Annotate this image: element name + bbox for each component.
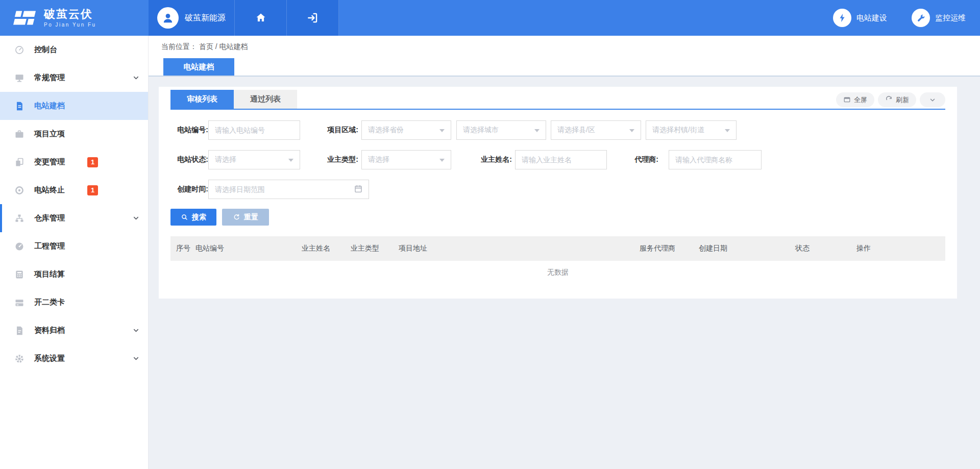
sidebar-item-open-type2-card[interactable]: 开二类卡 <box>0 288 148 316</box>
calendar-icon <box>354 184 363 193</box>
station-no-label: 电站编号: <box>170 120 208 140</box>
sidebar-item-engineering-mgmt[interactable]: 工程管理 <box>0 232 148 260</box>
sidebar: 控制台 常规管理 电站建档 项目立项 <box>0 36 149 469</box>
caret-down-icon <box>534 129 540 135</box>
notification-badge: 1 <box>87 185 98 195</box>
breadcrumb-path[interactable]: 首页 / 电站建档 <box>199 42 248 51</box>
date-range-input[interactable] <box>208 180 369 199</box>
page-tab-station-archive[interactable]: 电站建档 <box>163 58 234 76</box>
lightning-icon <box>833 9 851 27</box>
tab-review-list[interactable]: 审核列表 <box>170 90 234 109</box>
active-indicator-bar <box>0 204 2 232</box>
sidebar-item-general-mgmt[interactable]: 常规管理 <box>0 64 148 92</box>
chevron-down-icon <box>132 355 140 362</box>
home-icon <box>255 12 267 24</box>
search-button[interactable]: 搜索 <box>170 209 216 226</box>
sidebar-item-warehouse-mgmt[interactable]: 仓库管理 <box>0 204 148 232</box>
col-station-no: 电站编号 <box>195 236 224 261</box>
col-owner-name: 业主姓名 <box>302 236 330 261</box>
breadcrumb-bar: 当前位置： 首页 / 电站建档 电站建档 <box>149 36 980 76</box>
collapse-panel-button[interactable] <box>920 92 945 107</box>
module-station-build[interactable]: 电站建设 <box>833 9 887 27</box>
sidebar-item-project-settlement[interactable]: 项目结算 <box>0 260 148 288</box>
caret-down-icon <box>439 129 445 135</box>
owner-type-select[interactable]: 请选择 <box>361 150 451 169</box>
caret-down-icon <box>439 159 445 164</box>
owner-name-input[interactable] <box>515 150 607 169</box>
date-range-picker[interactable] <box>208 180 369 199</box>
col-status: 状态 <box>795 236 810 261</box>
main-content: 当前位置： 首页 / 电站建档 电站建档 审核列表 通过列表 全屏 刷新 <box>149 36 980 469</box>
filter-row-2: 电站状态: 请选择 业主类型: 请选择 业主姓名: 代理商: <box>159 150 957 169</box>
agent-input[interactable] <box>669 150 762 169</box>
col-actions: 操作 <box>856 236 871 261</box>
brand-logo: 破茧云伏 Po Jian Yun Fu <box>0 0 149 36</box>
breadcrumb: 当前位置： 首页 / 电站建档 <box>161 42 248 52</box>
sign-out-icon <box>306 11 320 24</box>
caret-down-icon <box>629 129 634 135</box>
col-agent: 服务代理商 <box>640 236 675 261</box>
briefcase-icon <box>14 129 24 139</box>
panel-tabs: 审核列表 通过列表 <box>170 90 297 109</box>
empty-state: 无数据 <box>170 268 945 277</box>
sidebar-item-project-initiation[interactable]: 项目立项 <box>0 120 148 148</box>
brand-mark-icon <box>13 10 37 26</box>
document-icon <box>14 101 24 111</box>
card-icon <box>14 298 24 308</box>
calculator-icon <box>14 269 24 280</box>
content-panel: 审核列表 通过列表 全屏 刷新 电站编号: 项目区域: <box>159 87 957 299</box>
home-button[interactable] <box>235 0 287 36</box>
province-select[interactable]: 请选择省份 <box>361 120 451 140</box>
gauge-icon <box>14 45 24 55</box>
agent-label: 代理商: <box>629 150 658 169</box>
reset-button[interactable]: 重置 <box>222 209 269 226</box>
station-status-select[interactable]: 请选择 <box>208 150 300 169</box>
town-select[interactable]: 请选择村镇/街道 <box>646 120 737 140</box>
chevron-down-icon <box>132 74 140 82</box>
reset-icon <box>233 213 240 221</box>
filter-row-1: 电站编号: 项目区域: 请选择省份 请选择城市 请选择县/区 请选择村镇/街道 <box>159 120 957 140</box>
module-monitor-ops[interactable]: 监控运维 <box>912 9 966 27</box>
company-name: 破茧新能源 <box>185 13 226 23</box>
brand-subtitle: Po Jian Yun Fu <box>44 22 96 28</box>
pages-icon <box>14 157 24 167</box>
col-owner-type: 业主类型 <box>351 236 379 261</box>
tabs-underline <box>170 109 945 110</box>
breadcrumb-prefix: 当前位置： <box>161 42 197 51</box>
city-select[interactable]: 请选择城市 <box>456 120 546 140</box>
caret-down-icon <box>725 129 730 135</box>
sidebar-item-station-archive[interactable]: 电站建档 <box>0 92 148 120</box>
col-seq: 序号 <box>176 236 190 261</box>
wrench-icon <box>912 9 930 27</box>
sidebar-item-console[interactable]: 控制台 <box>0 36 148 64</box>
sidebar-item-station-termination[interactable]: 电站终止 1 <box>0 176 148 204</box>
sidebar-item-change-mgmt[interactable]: 变更管理 1 <box>0 148 148 176</box>
col-address: 项目地址 <box>399 236 427 261</box>
app-header: 破茧云伏 Po Jian Yun Fu 破茧新能源 <box>0 0 980 36</box>
sidebar-item-data-archive[interactable]: 资料归档 <box>0 316 148 344</box>
dashboard-icon <box>14 241 24 252</box>
brand-title: 破茧云伏 <box>44 8 96 20</box>
chevron-down-icon <box>132 327 140 334</box>
caret-down-icon <box>288 159 293 164</box>
module-switcher: 电站建设 监控运维 <box>833 0 980 36</box>
owner-type-label: 业主类型: <box>321 150 358 169</box>
chevron-down-icon <box>132 214 140 222</box>
tab-passed-list[interactable]: 通过列表 <box>234 90 297 109</box>
fullscreen-button[interactable]: 全屏 <box>836 92 874 107</box>
notification-badge: 1 <box>87 157 98 167</box>
archive-file-icon <box>14 326 24 336</box>
user-menu[interactable]: 破茧新能源 <box>149 0 235 36</box>
module-label: 监控运维 <box>935 13 966 23</box>
gear-icon <box>14 354 24 364</box>
sidebar-item-system-settings[interactable]: 系统设置 <box>0 344 148 373</box>
refresh-button[interactable]: 刷新 <box>878 92 916 107</box>
district-select[interactable]: 请选择县/区 <box>551 120 641 140</box>
station-status-label: 电站状态: <box>170 150 208 169</box>
avatar <box>157 7 179 29</box>
station-no-input[interactable] <box>208 120 300 140</box>
table-header: 序号 电站编号 业主姓名 业主类型 项目地址 服务代理商 创建日期 状态 操作 <box>170 236 945 261</box>
filter-row-3: 创建时间: <box>159 180 957 199</box>
region-label: 项目区域: <box>321 120 358 140</box>
logout-button[interactable] <box>287 0 339 36</box>
